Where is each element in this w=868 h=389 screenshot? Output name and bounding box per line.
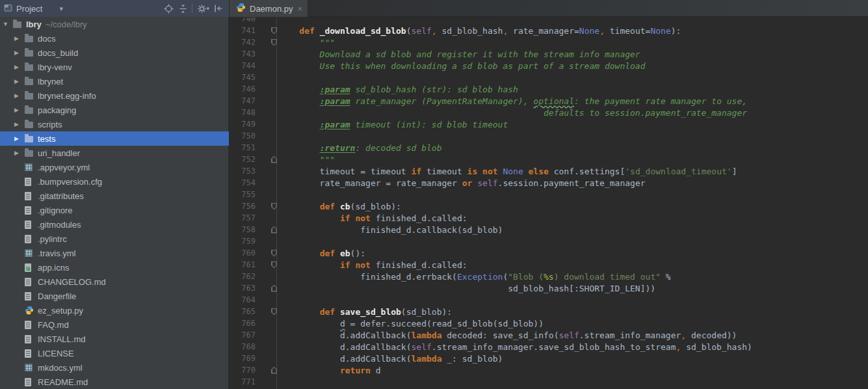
tree-item-uri-handler[interactable]: ▶uri_handler: [0, 146, 229, 160]
fold-collapse-icon[interactable]: [271, 250, 277, 257]
expand-arrow-icon[interactable]: ▶: [14, 78, 25, 85]
tree-item--pylintrc[interactable]: .pylintrc: [0, 232, 229, 246]
expand-arrow-icon[interactable]: ▶: [14, 92, 25, 99]
code-line-754: 754 rate_manager = rate_manager or self.…: [230, 177, 868, 189]
fold-collapse-icon[interactable]: [271, 308, 277, 315]
code-text: def _download_sd_blob(self, sd_blob_hash…: [279, 26, 681, 36]
line-number: 770: [230, 366, 256, 375]
folder-icon: [25, 135, 36, 142]
code-line-744: 744 Use this when downloading a sd blob …: [230, 60, 868, 72]
line-number: 761: [230, 260, 256, 269]
locate-target-icon[interactable]: [161, 2, 176, 15]
hide-panel-icon[interactable]: [211, 2, 225, 15]
code-text: def eb():: [279, 248, 365, 258]
code-text: d.addCallback(lambda _: sd_blob): [279, 354, 503, 364]
tree-item-install-md[interactable]: INSTALL.md: [0, 332, 229, 346]
folder-icon: [13, 20, 25, 28]
expand-arrow-icon[interactable]: ▶: [14, 121, 25, 127]
tree-item-label: README.md: [38, 377, 88, 387]
line-number: 751: [230, 143, 256, 152]
gutter-fold-column: [256, 308, 279, 315]
fold-expand-icon[interactable]: [271, 156, 277, 163]
tree-item-label: .gitmodules: [38, 220, 81, 230]
tree-item-faq-md[interactable]: FAQ.md: [0, 317, 229, 332]
tree-item-lbry[interactable]: ▼lbry~/code/lbry: [0, 17, 229, 31]
expand-arrow-icon[interactable]: ▶: [14, 107, 25, 113]
tree-item--bumpversion-cfg[interactable]: .bumpversion.cfg: [0, 174, 229, 189]
tree-item-license[interactable]: LICENSE: [0, 346, 229, 360]
tree-item-docs[interactable]: ▶docs: [0, 31, 229, 46]
gutter-fold-column: [256, 27, 279, 34]
tree-item-ez-setup-py[interactable]: ez_setup.py: [0, 303, 229, 317]
fold-collapse-icon[interactable]: [271, 27, 277, 34]
folder-icon: [25, 120, 36, 128]
tree-item-label: INSTALL.md: [38, 334, 85, 344]
tree-item-docs-build[interactable]: ▶docs_build: [0, 46, 229, 60]
gutter-fold-column: [256, 156, 279, 163]
fold-collapse-icon[interactable]: [271, 262, 277, 269]
code-text: def save_sd_blob(sd_blob):: [279, 307, 452, 317]
fold-collapse-icon[interactable]: [271, 203, 277, 210]
collapse-arrow-icon[interactable]: ▼: [3, 21, 13, 27]
line-number: 744: [230, 61, 256, 70]
code-text: finished_d.errback(Exception("Blob (%s) …: [279, 272, 671, 282]
folder-icon: [25, 34, 36, 42]
tree-item-changelog-md[interactable]: CHANGELOG.md: [0, 275, 229, 289]
expand-arrow-icon[interactable]: ▶: [14, 64, 25, 70]
folder-icon: [25, 106, 36, 114]
code-text: :param timeout (int): sd blob timeout: [279, 120, 508, 129]
fold-expand-icon[interactable]: [271, 285, 277, 292]
code-text: Download a sd blob and register it with …: [279, 49, 640, 59]
tree-item-label: LICENSE: [38, 349, 74, 358]
tree-item-label: lbrynet: [38, 77, 63, 87]
code-text: rate_manager = rate_manager or self.sess…: [279, 178, 646, 188]
tree-item-packaging[interactable]: ▶packaging: [0, 103, 229, 117]
expand-arrow-icon[interactable]: ▶: [14, 35, 25, 42]
code-text: Use this when downloading a sd blob as p…: [279, 61, 646, 71]
tree-item-readme-md[interactable]: README.md: [0, 375, 229, 389]
code-text: def cb(sd_blob):: [279, 202, 401, 211]
line-number: 759: [230, 237, 256, 246]
tree-item-lbrynet-egg-info[interactable]: ▶lbrynet.egg-info: [0, 88, 229, 103]
expand-arrow-icon[interactable]: ▶: [14, 49, 25, 56]
file-text-icon: [25, 335, 36, 343]
tree-item-app-icns[interactable]: app.icns: [0, 260, 229, 275]
tree-item--gitmodules[interactable]: .gitmodules: [0, 217, 229, 232]
tree-item-lbrynet[interactable]: ▶lbrynet: [0, 74, 229, 88]
tree-item-label: FAQ.md: [38, 320, 69, 330]
expand-arrow-icon[interactable]: ▶: [14, 135, 25, 142]
code-text: """: [279, 38, 335, 47]
file-text-icon: [25, 349, 36, 358]
fold-collapse-icon[interactable]: [271, 39, 277, 46]
fold-expand-icon[interactable]: [271, 367, 277, 374]
tree-item-label: lbrynet.egg-info: [38, 91, 96, 101]
fold-expand-icon[interactable]: [271, 226, 277, 234]
code-line-758: 758 finished_d.callback(sd_blob): [230, 224, 868, 235]
project-tool-window: Project ▾ ▾ ▼lbry~/code/lbry▶docs▶docs_b…: [0, 0, 229, 389]
code-line-769: 769 d.addCallback(lambda _: sd_blob): [230, 353, 868, 364]
code-text: sd_blob_hash[:SHORT_ID_LEN])): [279, 284, 655, 293]
tree-item-dangerfile[interactable]: Dangerfile: [0, 289, 229, 303]
close-tab-icon[interactable]: ×: [297, 5, 302, 13]
python-file-icon: [25, 306, 36, 315]
tab-daemon-py[interactable]: Daemon.py ×: [230, 0, 308, 17]
tree-item-lbry-venv[interactable]: ▶lbry-venv: [0, 60, 229, 74]
code-line-748: 748 defaults to session.payment_rate_man…: [230, 107, 868, 118]
tree-item-scripts[interactable]: ▶scripts: [0, 117, 229, 131]
folder-icon: [25, 77, 36, 85]
collapse-all-icon[interactable]: [176, 2, 190, 15]
expand-arrow-icon[interactable]: ▶: [14, 150, 25, 156]
code-viewport[interactable]: 740741 def _download_sd_blob(self, sd_bl…: [230, 18, 868, 389]
tree-item--travis-yml[interactable]: .travis.yml: [0, 246, 229, 260]
code-text: d.addCallback(self.stream_info_manager.s…: [279, 342, 752, 352]
tree-item-mkdocs-yml[interactable]: mkdocs.yml: [0, 360, 229, 375]
gutter-fold-column: [256, 285, 279, 292]
chevron-down-icon[interactable]: ▾: [59, 5, 63, 13]
chevron-down-icon[interactable]: ▾: [206, 5, 209, 12]
tree-item--appveyor-yml[interactable]: .appveyor.yml: [0, 160, 229, 174]
code-line-751: 751 :return: decoded sd blob: [230, 142, 868, 154]
tree-item--gitattributes[interactable]: .gitattributes: [0, 189, 229, 203]
tree-item-tests[interactable]: ▶tests: [0, 131, 229, 146]
tree-item--gitignore[interactable]: .gitignore: [0, 203, 229, 217]
code-line-771: 771: [230, 376, 868, 388]
